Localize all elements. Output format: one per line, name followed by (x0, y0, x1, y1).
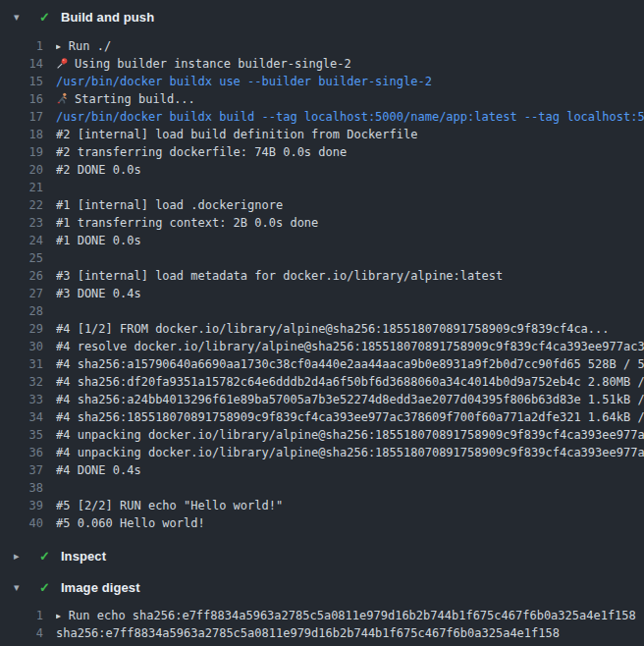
log-line-text: #5 [2/2] RUN echo "Hello world!" (56, 497, 283, 514)
log-line: 20#2 DONE 0.0s (0, 161, 644, 179)
expand-arrow-icon[interactable]: ▶ (56, 608, 61, 624)
line-number[interactable]: 32 (0, 373, 43, 391)
line-number[interactable]: 38 (0, 479, 43, 497)
log-line: 35#4 unpacking docker.io/library/alpine@… (0, 426, 644, 444)
log-line-text: ▶Run ./ (56, 37, 111, 55)
log-line-command: /usr/bin/docker buildx use --builder bui… (56, 73, 432, 90)
log-line-text: #4 [1/2] FROM docker.io/library/alpine@s… (56, 320, 610, 338)
log-line: 24#1 DONE 0.0s (0, 232, 644, 249)
log-line-text: #4 resolve docker.io/library/alpine@sha2… (56, 338, 644, 355)
line-number[interactable]: 22 (0, 196, 43, 214)
log-line-text: #1 DONE 0.0s (56, 232, 141, 249)
line-number[interactable]: 20 (0, 161, 43, 179)
log-line: 26#3 [internal] load metadata for docker… (0, 267, 644, 285)
log-line: 19#2 transferring dockerfile: 74B 0.0s d… (0, 143, 644, 161)
line-number[interactable]: 4 (0, 624, 43, 642)
log-line-text: #3 DONE 0.4s (56, 285, 141, 302)
log-lines-build-and-push: 1▶Run ./14Using builder instance builder… (0, 33, 644, 540)
line-number[interactable]: 28 (0, 302, 43, 320)
line-number[interactable]: 33 (0, 391, 43, 408)
line-number[interactable]: 1 (0, 37, 43, 55)
line-number[interactable]: 30 (0, 338, 43, 355)
log-line: 28 (0, 302, 644, 320)
log-line-text: sha256:e7ff8834a5963a2785c5a0811e979d16b… (56, 624, 560, 642)
section-title: Image digest (61, 580, 140, 595)
line-number[interactable]: 40 (0, 514, 43, 532)
line-number[interactable]: 39 (0, 497, 43, 514)
log-line-text: #2 DONE 0.0s (56, 161, 141, 179)
log-line-text: ▶Run echo sha256:e7ff8834a5963a2785c5a08… (56, 607, 636, 624)
log-line-text: #3 [internal] load metadata for docker.i… (56, 267, 503, 285)
log-line: 22#1 [internal] load .dockerignore (0, 196, 644, 214)
log-line: 33#4 sha256:a24bb4013296f61e89ba57005a7b… (0, 391, 644, 408)
log-line-text: Starting build... (56, 90, 195, 108)
log-line: 23#1 transferring context: 2B 0.0s done (0, 214, 644, 232)
line-number[interactable]: 15 (0, 73, 43, 90)
log-line-text: #2 [internal] load build definition from… (56, 126, 417, 143)
log-line-command: /usr/bin/docker buildx build --tag local… (56, 108, 644, 126)
log-line: 17/usr/bin/docker buildx build --tag loc… (0, 108, 644, 126)
success-check-icon: ✓ (39, 550, 50, 563)
line-number[interactable]: 1 (0, 607, 43, 624)
chevron-down-icon: ▾ (14, 582, 27, 593)
section-header-build-and-push[interactable]: ▾✓Build and push (0, 0, 644, 33)
line-number[interactable]: 27 (0, 285, 43, 302)
line-number[interactable]: 21 (0, 179, 43, 196)
log-line: 29#4 [1/2] FROM docker.io/library/alpine… (0, 320, 644, 338)
section-title: Inspect (61, 549, 106, 564)
log-lines-image-digest: 1▶Run echo sha256:e7ff8834a5963a2785c5a0… (0, 603, 644, 646)
log-line: 34#4 sha256:185518070891758909c9f839cf4c… (0, 408, 644, 426)
log-line: 38 (0, 479, 644, 497)
expand-arrow-icon[interactable]: ▶ (56, 38, 61, 55)
log-line: 21 (0, 179, 644, 196)
line-number[interactable]: 34 (0, 408, 43, 426)
line-number[interactable]: 26 (0, 267, 43, 285)
line-number[interactable]: 16 (0, 90, 43, 108)
log-line: 15/usr/bin/docker buildx use --builder b… (0, 73, 644, 90)
line-number[interactable]: 37 (0, 461, 43, 479)
log-line: 25 (0, 249, 644, 267)
log-line: 27#3 DONE 0.4s (0, 285, 644, 302)
line-number[interactable]: 18 (0, 126, 43, 143)
section-header-inspect[interactable]: ▸✓Inspect (0, 540, 644, 571)
section-title: Build and push (61, 10, 154, 25)
log-line: 30#4 resolve docker.io/library/alpine@sh… (0, 338, 644, 355)
log-line: 31#4 sha256:a15790640a6690aa1730c38cf0a4… (0, 355, 644, 373)
line-number[interactable]: 36 (0, 444, 43, 461)
line-number[interactable]: 31 (0, 355, 43, 373)
runner-icon (56, 92, 69, 105)
log-line: 16Starting build... (0, 90, 644, 108)
log-line: 1▶Run ./ (0, 37, 644, 55)
line-number[interactable]: 25 (0, 249, 43, 267)
log-line: 39#5 [2/2] RUN echo "Hello world!" (0, 497, 644, 514)
log-line: 14Using builder instance builder-single-… (0, 55, 644, 73)
line-number[interactable]: 29 (0, 320, 43, 338)
line-number[interactable]: 24 (0, 232, 43, 249)
log-line-text: #1 [internal] load .dockerignore (56, 196, 283, 214)
pushpin-icon (56, 57, 69, 70)
line-number[interactable]: 17 (0, 108, 43, 126)
workflow-log: ▾✓Build and push1▶Run ./14Using builder … (0, 0, 644, 646)
line-number[interactable]: 35 (0, 426, 43, 444)
log-line: 37#4 DONE 0.4s (0, 461, 644, 479)
log-line-text: #4 unpacking docker.io/library/alpine@sh… (56, 426, 644, 444)
log-line-text: #4 unpacking docker.io/library/alpine@sh… (56, 444, 644, 461)
chevron-right-icon: ▸ (14, 551, 27, 562)
success-check-icon: ✓ (39, 581, 50, 594)
log-line: 32#4 sha256:df20fa9351a15782c64e6dddb2d4… (0, 373, 644, 391)
log-line: 1▶Run echo sha256:e7ff8834a5963a2785c5a0… (0, 607, 644, 624)
line-number[interactable]: 23 (0, 214, 43, 232)
log-line-text: #5 0.060 Hello world! (56, 514, 205, 532)
line-number[interactable]: 14 (0, 55, 43, 73)
log-line: 18#2 [internal] load build definition fr… (0, 126, 644, 143)
section-header-image-digest[interactable]: ▾✓Image digest (0, 571, 644, 603)
success-check-icon: ✓ (39, 11, 50, 24)
log-line-text: #2 transferring dockerfile: 74B 0.0s don… (56, 143, 347, 161)
log-line-text: #4 sha256:df20fa9351a15782c64e6dddb2d4a6… (56, 373, 644, 391)
log-line-text: #4 sha256:185518070891758909c9f839cf4ca3… (56, 408, 644, 426)
log-line-text: #4 DONE 0.4s (56, 461, 141, 479)
log-line-text: #4 sha256:a24bb4013296f61e89ba57005a7b3e… (56, 391, 644, 408)
chevron-down-icon: ▾ (14, 12, 27, 23)
line-number[interactable]: 19 (0, 143, 43, 161)
log-line: 40#5 0.060 Hello world! (0, 514, 644, 532)
